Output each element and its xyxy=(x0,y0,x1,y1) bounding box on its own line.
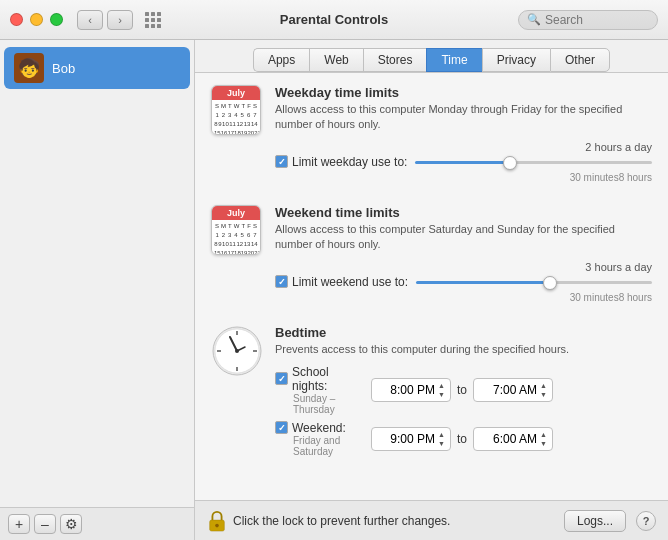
weekend-nights-label: Weekend: xyxy=(292,421,346,435)
weekend-nights-end-input[interactable]: 6:00 AM ▲ ▼ xyxy=(473,427,553,451)
school-nights-checkbox[interactable] xyxy=(275,372,288,385)
school-nights-end-up[interactable]: ▲ xyxy=(539,381,548,390)
bedtime-controls: School nights: Sunday – Thursday 8:00 PM… xyxy=(275,365,652,457)
weekday-section: July SMTWTFS 1234567 891011121314 151617… xyxy=(211,85,652,189)
user-name: Bob xyxy=(52,61,75,76)
nav-arrows: ‹ › xyxy=(77,10,133,30)
weekend-nights-start-up[interactable]: ▲ xyxy=(437,430,446,439)
lock-text: Click the lock to prevent further change… xyxy=(233,514,450,528)
content-area: Apps Web Stores Time Privacy Other July … xyxy=(195,40,668,540)
to-label-2: to xyxy=(457,432,467,446)
settings-button[interactable]: ⚙ xyxy=(60,514,82,534)
tab-stores[interactable]: Stores xyxy=(363,48,427,72)
lock-icon[interactable] xyxy=(207,510,227,532)
school-nights-sublabel: Sunday – Thursday xyxy=(293,393,365,415)
school-nights-label-row: School nights: xyxy=(275,365,365,393)
titlebar: ‹ › Parental Controls 🔍 xyxy=(0,0,668,40)
school-nights-start-stepper[interactable]: ▲ ▼ xyxy=(437,381,446,399)
weekend-calendar-icon: July SMTWTFS 1234567 891011121314 151617… xyxy=(211,205,263,257)
weekend-nights-sublabel: Friday and Saturday xyxy=(293,435,365,457)
school-nights-end-down[interactable]: ▼ xyxy=(539,390,548,399)
bedtime-clock-icon xyxy=(211,325,263,377)
weekend-nights-start-down[interactable]: ▼ xyxy=(437,439,446,448)
school-nights-start-up[interactable]: ▲ xyxy=(437,381,446,390)
bedtime-desc: Prevents access to this computer during … xyxy=(275,342,652,357)
school-nights-end-input[interactable]: 7:00 AM ▲ ▼ xyxy=(473,378,553,402)
weekend-min-label: 30 minutes xyxy=(570,292,619,303)
tab-apps[interactable]: Apps xyxy=(253,48,309,72)
user-item-bob[interactable]: 🧒 Bob xyxy=(4,47,190,89)
weekday-value-label: 2 hours a day xyxy=(585,141,652,153)
weekday-checkbox[interactable] xyxy=(275,155,288,168)
school-nights-row: School nights: Sunday – Thursday 8:00 PM… xyxy=(275,365,652,415)
logs-button[interactable]: Logs... xyxy=(564,510,626,532)
weekday-limit-label: Limit weekday use to: xyxy=(292,155,407,169)
back-button[interactable]: ‹ xyxy=(77,10,103,30)
bedtime-body: Bedtime Prevents access to this computer… xyxy=(275,325,652,463)
tab-privacy[interactable]: Privacy xyxy=(482,48,550,72)
weekend-slider[interactable] xyxy=(416,275,652,291)
weekend-slider-thumb[interactable] xyxy=(543,276,557,290)
search-input[interactable] xyxy=(545,13,649,27)
weekday-checkbox-label[interactable]: Limit weekday use to: xyxy=(275,155,407,169)
weekend-nights-end-up[interactable]: ▲ xyxy=(539,430,548,439)
window-title: Parental Controls xyxy=(280,12,388,27)
bottom-bar: Click the lock to prevent further change… xyxy=(195,500,668,540)
cal-month-weekend: July xyxy=(212,206,260,220)
grid-icon[interactable] xyxy=(145,12,161,28)
weekday-title: Weekday time limits xyxy=(275,85,652,100)
weekend-title: Weekend time limits xyxy=(275,205,652,220)
sidebar: 🧒 Bob + – ⚙ xyxy=(0,40,195,540)
scroll-content: July SMTWTFS 1234567 891011121314 151617… xyxy=(195,73,668,500)
weekend-nights-start-stepper[interactable]: ▲ ▼ xyxy=(437,430,446,448)
weekday-control-row: Limit weekday use to: 2 hours a day 30 m… xyxy=(275,141,652,183)
weekend-section: July SMTWTFS 1234567 891011121314 151617… xyxy=(211,205,652,309)
weekday-slider-labels: 30 minutes 8 hours xyxy=(570,172,652,183)
maximize-button[interactable] xyxy=(50,13,63,26)
to-label-1: to xyxy=(457,383,467,397)
school-nights-start-input[interactable]: 8:00 PM ▲ ▼ xyxy=(371,378,451,402)
cal-month-weekday: July xyxy=(212,86,260,100)
minimize-button[interactable] xyxy=(30,13,43,26)
tab-time[interactable]: Time xyxy=(426,48,481,72)
weekend-nights-label-row: Weekend: xyxy=(275,421,365,435)
school-nights-end-stepper[interactable]: ▲ ▼ xyxy=(539,381,548,399)
school-nights-start-down[interactable]: ▼ xyxy=(437,390,446,399)
weekend-desc: Allows access to this computer Saturday … xyxy=(275,222,652,253)
sidebar-toolbar: + – ⚙ xyxy=(0,507,194,540)
weekday-calendar-icon: July SMTWTFS 1234567 891011121314 151617… xyxy=(211,85,263,137)
remove-user-button[interactable]: – xyxy=(34,514,56,534)
weekday-max-label: 8 hours xyxy=(619,172,652,183)
help-button[interactable]: ? xyxy=(636,511,656,531)
add-user-button[interactable]: + xyxy=(8,514,30,534)
avatar: 🧒 xyxy=(14,53,44,83)
weekend-slider-labels: 30 minutes 8 hours xyxy=(570,292,652,303)
user-list: 🧒 Bob xyxy=(0,40,194,507)
close-button[interactable] xyxy=(10,13,23,26)
tab-other[interactable]: Other xyxy=(550,48,610,72)
weekday-desc: Allows access to this computer Monday th… xyxy=(275,102,652,133)
weekday-slider-thumb[interactable] xyxy=(503,156,517,170)
weekend-nights-end-val: 6:00 AM xyxy=(478,432,537,446)
search-icon: 🔍 xyxy=(527,13,541,26)
search-box[interactable]: 🔍 xyxy=(518,10,658,30)
weekend-checkbox-label[interactable]: Limit weekend use to: xyxy=(275,275,408,289)
main-layout: 🧒 Bob + – ⚙ Apps Web Stores Time Privacy… xyxy=(0,40,668,540)
weekend-nights-checkbox[interactable] xyxy=(275,421,288,434)
forward-button[interactable]: › xyxy=(107,10,133,30)
weekend-slider-container: 3 hours a day 30 minutes 8 hours xyxy=(416,261,652,303)
svg-point-10 xyxy=(215,523,219,527)
weekend-nights-end-stepper[interactable]: ▲ ▼ xyxy=(539,430,548,448)
svg-point-8 xyxy=(235,349,239,353)
bedtime-title: Bedtime xyxy=(275,325,652,340)
school-nights-end-val: 7:00 AM xyxy=(478,383,537,397)
tab-web[interactable]: Web xyxy=(309,48,362,72)
weekend-nights-end-down[interactable]: ▼ xyxy=(539,439,548,448)
bedtime-section: Bedtime Prevents access to this computer… xyxy=(211,325,652,463)
school-nights-label: School nights: xyxy=(292,365,365,393)
weekday-slider[interactable] xyxy=(415,155,652,171)
lock-icon-area: Click the lock to prevent further change… xyxy=(207,510,450,532)
weekday-body: Weekday time limits Allows access to thi… xyxy=(275,85,652,189)
weekend-nights-start-input[interactable]: 9:00 PM ▲ ▼ xyxy=(371,427,451,451)
weekend-checkbox[interactable] xyxy=(275,275,288,288)
